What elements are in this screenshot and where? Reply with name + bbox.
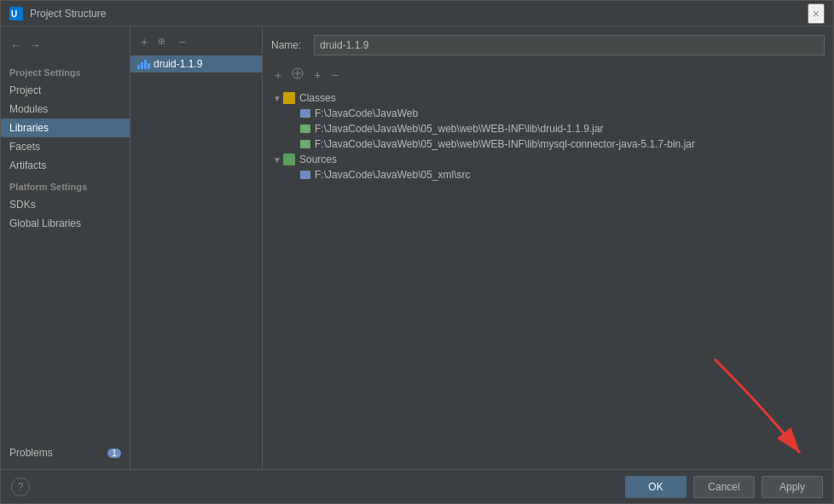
ok-button[interactable]: OK [625,476,686,498]
tree-node-src[interactable]: F:\JavaCode\JavaWeb\05_xml\src [271,167,825,182]
sidebar-item-artifacts[interactable]: Artifacts [1,156,130,175]
sidebar-item-modules[interactable]: Modules [1,100,130,119]
classes-label: Classes [299,92,336,104]
folder-icon-javaweb [300,109,310,118]
library-icon [137,59,150,69]
svg-text:⊕: ⊕ [158,36,165,46]
specialize-icon: ⊕ [158,36,168,46]
help-button[interactable]: ? [11,478,30,496]
src-label: F:\JavaCode\JavaWeb\05_xml\src [315,169,471,181]
title-bar: U Project Structure × [1,1,833,26]
expander-classes[interactable]: ▼ [271,94,283,103]
lib-add-button[interactable]: + [137,33,151,50]
name-label: Name: [271,39,305,51]
sidebar-item-problems[interactable]: Problems 1 [1,443,130,462]
tree-node-mysql-jar[interactable]: F:\JavaCode\JavaWeb\05_web\web\WEB-INF\l… [271,136,825,152]
library-item-label: druid-1.1.9 [153,58,202,70]
dialog-title: Project Structure [30,8,106,20]
lib-remove-button[interactable]: − [175,33,188,50]
sidebar-item-sdks[interactable]: SDKs [1,195,130,214]
close-button[interactable]: × [808,3,825,24]
apply-button[interactable]: Apply [762,476,823,498]
tree-area: ▼ Classes F:\JavaCode\JavaWeb [271,90,825,461]
tree-add-copy-button[interactable]: + [310,67,324,84]
sidebar-item-global-libraries[interactable]: Global Libraries [1,214,130,233]
druid-jar-label: F:\JavaCode\JavaWeb\05_web\web\WEB-INF\l… [315,123,604,135]
tree-node-javaweb[interactable]: F:\JavaCode\JavaWeb [271,106,825,121]
tree-add-button[interactable]: + [271,67,285,84]
classes-icon [283,92,295,104]
tree-toolbar: + + − [271,66,825,84]
back-button[interactable]: ← [8,37,25,54]
right-panel: Name: + + [263,26,833,469]
sidebar-item-project[interactable]: Project [1,81,130,100]
name-row: Name: [271,35,825,55]
javaweb-label: F:\JavaCode\JavaWeb [315,107,418,119]
problems-badge: 1 [107,449,121,458]
tree-node-sources[interactable]: ▼ Sources [271,152,825,167]
sidebar-item-facets[interactable]: Facets [1,137,130,156]
sidebar: ← → Project Settings Project Modules Lib… [1,26,130,469]
lib-specialize-button[interactable]: ⊕ [154,34,171,49]
svg-text:U: U [11,9,17,19]
tree-node-classes[interactable]: ▼ Classes [271,90,825,106]
app-icon: U [9,7,23,20]
tree-specialize-button[interactable] [288,66,307,84]
expander-sources[interactable]: ▼ [271,155,283,165]
tree-node-druid-jar[interactable]: F:\JavaCode\JavaWeb\05_web\web\WEB-INF\l… [271,121,825,136]
jar-icon-druid [300,125,310,133]
name-input[interactable] [314,35,825,55]
forward-button[interactable]: → [26,37,43,54]
folder-icon-src [300,171,310,179]
mysql-jar-label: F:\JavaCode\JavaWeb\05_web\web\WEB-INF\l… [315,138,695,150]
library-item-druid[interactable]: druid-1.1.9 [130,55,262,72]
project-settings-label: Project Settings [1,64,130,81]
sidebar-item-libraries[interactable]: Libraries [1,119,130,137]
platform-settings-label: Platform Settings [1,178,130,195]
sidebar-nav: ← → [1,33,130,61]
lib-toolbar: + ⊕ − [130,30,262,55]
cancel-button[interactable]: Cancel [693,476,755,498]
sources-label: Sources [299,154,337,165]
tree-specialize-icon [292,67,304,79]
problems-label: Problems [9,447,53,459]
tree-remove-button[interactable]: − [327,67,341,84]
bottom-bar: ? OK Cancel Apply [1,469,833,503]
jar-icon-mysql [300,140,310,148]
sources-icon [283,154,295,165]
